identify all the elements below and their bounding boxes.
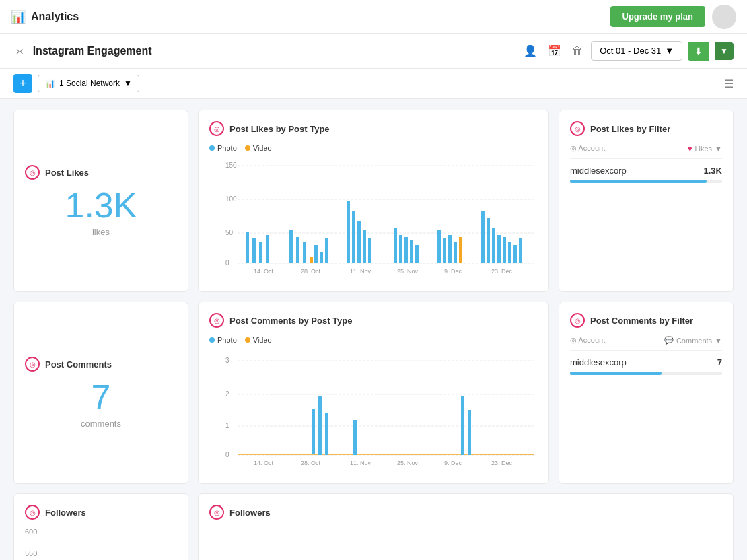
comments-progress-bar-fill (570, 372, 662, 375)
svg-text:150: 150 (225, 162, 237, 169)
network-filter-button[interactable]: 📊 1 Social Network ▼ (38, 75, 139, 92)
svg-rect-11 (266, 235, 269, 263)
svg-rect-25 (399, 235, 402, 263)
filter-account-entry: middlesexcorp 1.3K (570, 166, 722, 176)
delete-icon[interactable]: 🗑 (569, 42, 585, 60)
svg-text:11. Nov: 11. Nov (350, 268, 371, 275)
svg-rect-28 (415, 245, 419, 263)
main-content: ◎ Post Likes 1.3K likes ◎ Post Likes by … (0, 99, 747, 560)
svg-text:11. Nov: 11. Nov (350, 460, 371, 466)
svg-rect-23 (368, 238, 371, 263)
svg-rect-32 (454, 242, 457, 263)
post-likes-by-type-title: Post Likes by Post Type (229, 124, 330, 134)
post-likes-by-type-card: ◎ Post Likes by Post Type Photo Video (198, 110, 549, 292)
comments-account-value: 7 (717, 357, 722, 368)
comments-chart-legend: Photo Video (209, 336, 538, 344)
comments-account-name: middlesexcorp (570, 357, 627, 368)
followers-y-label-600: 600 (25, 528, 177, 536)
comments-filter-header-row: ◎ Account 💬 Comments ▼ (570, 336, 722, 351)
post-comments-by-filter-title: Post Comments by Filter (590, 316, 693, 326)
svg-rect-57 (312, 409, 315, 454)
svg-rect-18 (325, 238, 328, 263)
video-legend-label-2: Video (253, 336, 272, 344)
svg-text:25. Nov: 25. Nov (397, 460, 419, 466)
instagram-icon-4: ◎ (25, 357, 40, 372)
post-comments-by-filter-card: ◎ Post Comments by Filter ◎ Account 💬 Co… (559, 302, 734, 484)
post-likes-label: likes (92, 227, 110, 237)
svg-text:3: 3 (225, 357, 229, 364)
svg-text:14. Oct: 14. Oct (254, 268, 274, 275)
user-add-icon[interactable]: 👤 (521, 42, 540, 60)
svg-text:28. Oct: 28. Oct (301, 460, 321, 466)
instagram-icon-5: ◎ (209, 313, 224, 328)
instagram-icon-2: ◎ (209, 121, 224, 136)
progress-bar-fill (570, 180, 707, 183)
svg-rect-36 (492, 228, 495, 263)
comments-filter-account-col: ◎ Account (570, 336, 605, 345)
instagram-icon-6: ◎ (570, 313, 585, 328)
instagram-icon-3: ◎ (570, 121, 585, 136)
svg-rect-19 (347, 201, 350, 263)
svg-text:9. Dec: 9. Dec (444, 460, 462, 466)
export-button[interactable]: ⬇ (688, 42, 709, 61)
sub-header: ›‹ Instagram Engagement 👤 📅 🗑 Oct 01 - D… (0, 34, 747, 69)
date-range-label: Oct 01 - Dec 31 (600, 46, 661, 56)
svg-rect-39 (508, 242, 511, 263)
photo-legend-dot (209, 145, 215, 151)
add-widget-button[interactable]: + (13, 74, 32, 93)
followers-card-2: ◎ Followers (198, 493, 734, 560)
filter-account-col: ◎ Account (570, 144, 605, 153)
post-likes-title: Post Likes (45, 168, 89, 178)
svg-rect-33 (459, 237, 462, 263)
svg-text:0: 0 (225, 451, 229, 458)
date-range-button[interactable]: Oct 01 - Dec 31 ▼ (591, 41, 682, 61)
svg-rect-29 (437, 230, 441, 263)
svg-text:1: 1 (225, 422, 229, 429)
network-label: 1 Social Network (59, 79, 120, 88)
svg-rect-13 (296, 237, 299, 263)
dropdown-icon: ▼ (715, 145, 722, 153)
svg-rect-14 (303, 242, 306, 263)
svg-rect-22 (363, 230, 366, 263)
row-likes: ◎ Post Likes 1.3K likes ◎ Post Likes by … (13, 110, 734, 292)
comments-filter-col: 💬 Comments ▼ (664, 336, 722, 345)
post-comments-by-type-card: ◎ Post Comments by Post Type Photo Video (198, 302, 549, 484)
svg-text:28. Oct: 28. Oct (301, 268, 321, 275)
account-icon-2: ◎ (570, 336, 577, 344)
followers-y-label-550: 550 (25, 549, 177, 557)
instagram-icon: ◎ (25, 165, 40, 180)
followers-title-2: Followers (229, 508, 271, 518)
instagram-icon-8: ◎ (209, 505, 224, 520)
video-legend-dot (245, 145, 250, 151)
post-likes-by-filter-title: Post Likes by Filter (590, 124, 670, 134)
photo-legend-label: Photo (217, 144, 237, 152)
likes-by-type-chart: 150 100 50 0 (209, 158, 538, 279)
svg-text:100: 100 (225, 195, 237, 203)
svg-rect-58 (318, 396, 322, 455)
svg-rect-27 (410, 240, 413, 263)
account-value: 1.3K (704, 166, 722, 176)
svg-rect-30 (443, 238, 446, 263)
svg-rect-21 (357, 221, 361, 263)
calendar-icon[interactable]: 📅 (545, 42, 564, 60)
avatar[interactable] (712, 5, 736, 29)
svg-rect-62 (468, 410, 471, 455)
export-dropdown-button[interactable]: ▼ (715, 42, 734, 60)
svg-rect-31 (448, 235, 452, 263)
instagram-icon-7: ◎ (25, 505, 40, 520)
svg-rect-61 (461, 396, 464, 455)
account-name: middlesexcorp (570, 166, 627, 176)
post-likes-by-filter-card: ◎ Post Likes by Filter ◎ Account ♥ Likes… (559, 110, 734, 292)
svg-text:2: 2 (225, 390, 229, 398)
svg-rect-10 (259, 242, 262, 263)
sidebar-toggle-icon[interactable]: ›‹ (13, 42, 26, 60)
svg-text:23. Dec: 23. Dec (491, 460, 513, 466)
svg-rect-59 (325, 413, 328, 455)
svg-rect-17 (320, 252, 323, 263)
svg-text:25. Nov: 25. Nov (397, 268, 419, 275)
chevron-down-icon: ▼ (124, 79, 132, 88)
filter-icon[interactable]: ☰ (724, 77, 734, 90)
filter-likes-col: ♥ Likes ▼ (688, 145, 722, 153)
toolbar: + 📊 1 Social Network ▼ ☰ (0, 69, 747, 99)
upgrade-button[interactable]: Upgrade my plan (610, 6, 705, 27)
